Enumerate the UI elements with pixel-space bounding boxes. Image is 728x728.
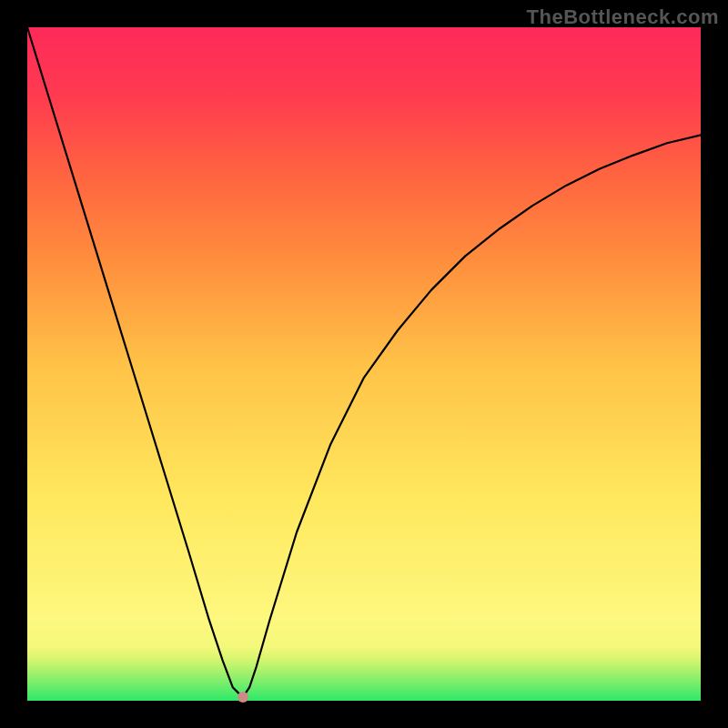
- curve-layer: [27, 27, 701, 701]
- watermark-text: TheBottleneck.com: [527, 5, 719, 29]
- optimum-marker: [238, 692, 248, 703]
- bottleneck-curve: [27, 27, 701, 697]
- chart-frame: TheBottleneck.com: [0, 0, 728, 728]
